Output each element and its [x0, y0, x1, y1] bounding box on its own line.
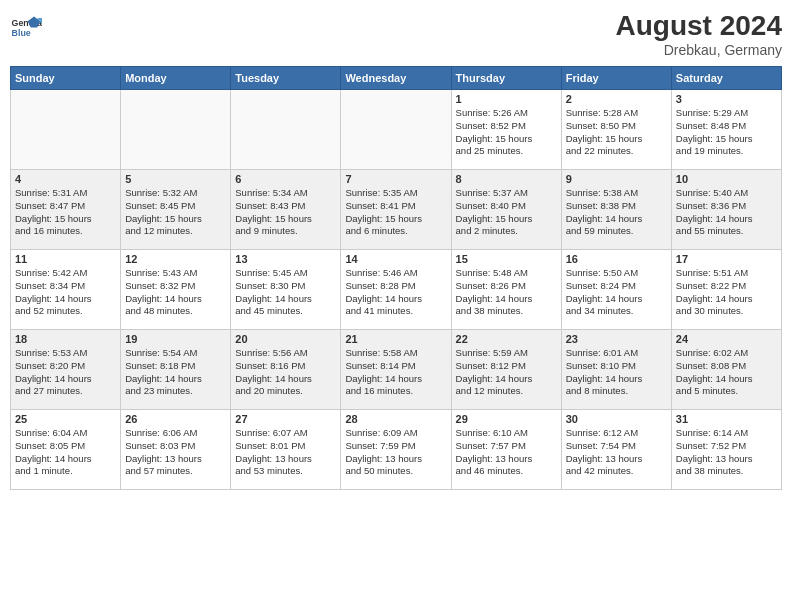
calendar-day-cell: 29Sunrise: 6:10 AM Sunset: 7:57 PM Dayli… — [451, 410, 561, 490]
day-number: 25 — [15, 413, 116, 425]
day-number: 10 — [676, 173, 777, 185]
calendar-day-cell — [121, 90, 231, 170]
calendar-day-cell: 6Sunrise: 5:34 AM Sunset: 8:43 PM Daylig… — [231, 170, 341, 250]
day-number: 2 — [566, 93, 667, 105]
calendar-day-cell: 31Sunrise: 6:14 AM Sunset: 7:52 PM Dayli… — [671, 410, 781, 490]
day-info: Sunrise: 5:35 AM Sunset: 8:41 PM Dayligh… — [345, 187, 446, 238]
calendar-day-cell — [231, 90, 341, 170]
day-number: 18 — [15, 333, 116, 345]
calendar-day-cell — [11, 90, 121, 170]
day-info: Sunrise: 5:46 AM Sunset: 8:28 PM Dayligh… — [345, 267, 446, 318]
day-number: 21 — [345, 333, 446, 345]
day-number: 23 — [566, 333, 667, 345]
calendar-day-cell: 19Sunrise: 5:54 AM Sunset: 8:18 PM Dayli… — [121, 330, 231, 410]
calendar-day-cell: 3Sunrise: 5:29 AM Sunset: 8:48 PM Daylig… — [671, 90, 781, 170]
day-info: Sunrise: 5:34 AM Sunset: 8:43 PM Dayligh… — [235, 187, 336, 238]
month-year-title: August 2024 — [616, 10, 783, 42]
day-info: Sunrise: 6:12 AM Sunset: 7:54 PM Dayligh… — [566, 427, 667, 478]
day-number: 8 — [456, 173, 557, 185]
calendar-day-cell — [341, 90, 451, 170]
day-info: Sunrise: 5:54 AM Sunset: 8:18 PM Dayligh… — [125, 347, 226, 398]
calendar-day-cell: 20Sunrise: 5:56 AM Sunset: 8:16 PM Dayli… — [231, 330, 341, 410]
day-info: Sunrise: 5:50 AM Sunset: 8:24 PM Dayligh… — [566, 267, 667, 318]
day-number: 16 — [566, 253, 667, 265]
calendar-week-row: 1Sunrise: 5:26 AM Sunset: 8:52 PM Daylig… — [11, 90, 782, 170]
day-info: Sunrise: 5:48 AM Sunset: 8:26 PM Dayligh… — [456, 267, 557, 318]
calendar-day-cell: 7Sunrise: 5:35 AM Sunset: 8:41 PM Daylig… — [341, 170, 451, 250]
calendar-day-cell: 4Sunrise: 5:31 AM Sunset: 8:47 PM Daylig… — [11, 170, 121, 250]
calendar-day-cell: 8Sunrise: 5:37 AM Sunset: 8:40 PM Daylig… — [451, 170, 561, 250]
calendar-day-cell: 10Sunrise: 5:40 AM Sunset: 8:36 PM Dayli… — [671, 170, 781, 250]
calendar-day-cell: 13Sunrise: 5:45 AM Sunset: 8:30 PM Dayli… — [231, 250, 341, 330]
day-number: 15 — [456, 253, 557, 265]
weekday-header: Saturday — [671, 67, 781, 90]
day-number: 22 — [456, 333, 557, 345]
weekday-header: Tuesday — [231, 67, 341, 90]
day-number: 26 — [125, 413, 226, 425]
day-number: 31 — [676, 413, 777, 425]
day-info: Sunrise: 5:43 AM Sunset: 8:32 PM Dayligh… — [125, 267, 226, 318]
day-info: Sunrise: 5:40 AM Sunset: 8:36 PM Dayligh… — [676, 187, 777, 238]
day-info: Sunrise: 5:51 AM Sunset: 8:22 PM Dayligh… — [676, 267, 777, 318]
calendar-day-cell: 1Sunrise: 5:26 AM Sunset: 8:52 PM Daylig… — [451, 90, 561, 170]
day-number: 5 — [125, 173, 226, 185]
weekday-header: Thursday — [451, 67, 561, 90]
day-number: 12 — [125, 253, 226, 265]
calendar-day-cell: 25Sunrise: 6:04 AM Sunset: 8:05 PM Dayli… — [11, 410, 121, 490]
svg-text:Blue: Blue — [12, 28, 31, 38]
day-info: Sunrise: 6:06 AM Sunset: 8:03 PM Dayligh… — [125, 427, 226, 478]
day-info: Sunrise: 5:32 AM Sunset: 8:45 PM Dayligh… — [125, 187, 226, 238]
calendar-week-row: 4Sunrise: 5:31 AM Sunset: 8:47 PM Daylig… — [11, 170, 782, 250]
calendar-day-cell: 18Sunrise: 5:53 AM Sunset: 8:20 PM Dayli… — [11, 330, 121, 410]
calendar-day-cell: 26Sunrise: 6:06 AM Sunset: 8:03 PM Dayli… — [121, 410, 231, 490]
day-info: Sunrise: 5:59 AM Sunset: 8:12 PM Dayligh… — [456, 347, 557, 398]
day-info: Sunrise: 5:56 AM Sunset: 8:16 PM Dayligh… — [235, 347, 336, 398]
weekday-header: Sunday — [11, 67, 121, 90]
day-number: 11 — [15, 253, 116, 265]
day-info: Sunrise: 6:07 AM Sunset: 8:01 PM Dayligh… — [235, 427, 336, 478]
logo-icon: General Blue — [10, 10, 42, 42]
calendar-day-cell: 30Sunrise: 6:12 AM Sunset: 7:54 PM Dayli… — [561, 410, 671, 490]
calendar-day-cell: 21Sunrise: 5:58 AM Sunset: 8:14 PM Dayli… — [341, 330, 451, 410]
day-number: 20 — [235, 333, 336, 345]
day-info: Sunrise: 5:31 AM Sunset: 8:47 PM Dayligh… — [15, 187, 116, 238]
day-number: 4 — [15, 173, 116, 185]
day-number: 19 — [125, 333, 226, 345]
day-number: 28 — [345, 413, 446, 425]
calendar-day-cell: 5Sunrise: 5:32 AM Sunset: 8:45 PM Daylig… — [121, 170, 231, 250]
calendar-day-cell: 17Sunrise: 5:51 AM Sunset: 8:22 PM Dayli… — [671, 250, 781, 330]
calendar-table: SundayMondayTuesdayWednesdayThursdayFrid… — [10, 66, 782, 490]
calendar-day-cell: 11Sunrise: 5:42 AM Sunset: 8:34 PM Dayli… — [11, 250, 121, 330]
day-number: 13 — [235, 253, 336, 265]
day-info: Sunrise: 6:02 AM Sunset: 8:08 PM Dayligh… — [676, 347, 777, 398]
calendar-day-cell: 28Sunrise: 6:09 AM Sunset: 7:59 PM Dayli… — [341, 410, 451, 490]
page-header: General Blue August 2024 Drebkau, German… — [10, 10, 782, 58]
day-info: Sunrise: 5:42 AM Sunset: 8:34 PM Dayligh… — [15, 267, 116, 318]
calendar-day-cell: 2Sunrise: 5:28 AM Sunset: 8:50 PM Daylig… — [561, 90, 671, 170]
weekday-header: Wednesday — [341, 67, 451, 90]
logo: General Blue — [10, 10, 42, 42]
calendar-day-cell: 14Sunrise: 5:46 AM Sunset: 8:28 PM Dayli… — [341, 250, 451, 330]
day-info: Sunrise: 5:58 AM Sunset: 8:14 PM Dayligh… — [345, 347, 446, 398]
day-info: Sunrise: 5:38 AM Sunset: 8:38 PM Dayligh… — [566, 187, 667, 238]
calendar-day-cell: 23Sunrise: 6:01 AM Sunset: 8:10 PM Dayli… — [561, 330, 671, 410]
day-info: Sunrise: 5:37 AM Sunset: 8:40 PM Dayligh… — [456, 187, 557, 238]
calendar-day-cell: 15Sunrise: 5:48 AM Sunset: 8:26 PM Dayli… — [451, 250, 561, 330]
day-info: Sunrise: 5:26 AM Sunset: 8:52 PM Dayligh… — [456, 107, 557, 158]
location-title: Drebkau, Germany — [616, 42, 783, 58]
calendar-week-row: 25Sunrise: 6:04 AM Sunset: 8:05 PM Dayli… — [11, 410, 782, 490]
day-info: Sunrise: 6:14 AM Sunset: 7:52 PM Dayligh… — [676, 427, 777, 478]
day-info: Sunrise: 6:01 AM Sunset: 8:10 PM Dayligh… — [566, 347, 667, 398]
calendar-day-cell: 16Sunrise: 5:50 AM Sunset: 8:24 PM Dayli… — [561, 250, 671, 330]
day-number: 3 — [676, 93, 777, 105]
day-number: 6 — [235, 173, 336, 185]
day-number: 17 — [676, 253, 777, 265]
weekday-header: Friday — [561, 67, 671, 90]
calendar-day-cell: 12Sunrise: 5:43 AM Sunset: 8:32 PM Dayli… — [121, 250, 231, 330]
calendar-week-row: 11Sunrise: 5:42 AM Sunset: 8:34 PM Dayli… — [11, 250, 782, 330]
calendar-day-cell: 22Sunrise: 5:59 AM Sunset: 8:12 PM Dayli… — [451, 330, 561, 410]
day-info: Sunrise: 5:53 AM Sunset: 8:20 PM Dayligh… — [15, 347, 116, 398]
day-number: 14 — [345, 253, 446, 265]
calendar-day-cell: 27Sunrise: 6:07 AM Sunset: 8:01 PM Dayli… — [231, 410, 341, 490]
day-info: Sunrise: 6:04 AM Sunset: 8:05 PM Dayligh… — [15, 427, 116, 478]
